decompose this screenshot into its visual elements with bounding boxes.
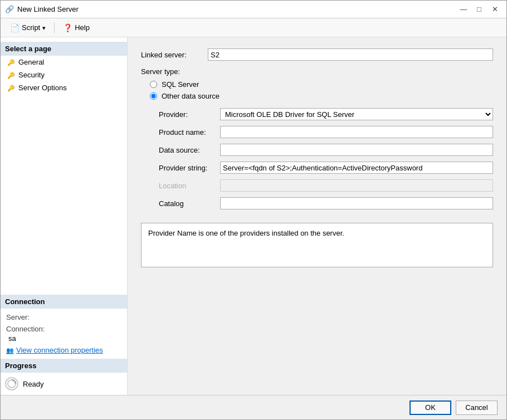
sidebar-item-server-options[interactable]: Server Options <box>1 81 127 94</box>
server-label: Server: <box>6 313 121 321</box>
provider-label: Provider: <box>159 110 220 119</box>
product-name-label: Product name: <box>159 128 220 136</box>
connection-label: Connection: <box>6 325 121 333</box>
product-name-row: Product name: <box>159 126 493 138</box>
radio-other-label[interactable]: Other data source <box>162 92 220 100</box>
info-text: Provider Name is one of the providers in… <box>148 229 344 237</box>
data-source-row: Data source: <box>159 144 493 156</box>
location-row: Location <box>159 179 493 192</box>
maximize-button[interactable]: □ <box>472 3 486 16</box>
radio-sql-server-label[interactable]: SQL Server <box>162 80 199 89</box>
server-type-label: Server type: <box>141 67 493 76</box>
provider-string-label: Provider string: <box>159 164 220 172</box>
catalog-input[interactable] <box>220 197 493 209</box>
form-content: Linked server: Server type: SQL Server O… <box>128 37 506 395</box>
help-icon <box>63 23 72 32</box>
progress-status: Ready <box>23 380 44 388</box>
radio-row-sql-server: SQL Server <box>150 80 493 89</box>
server-options-icon <box>7 84 15 92</box>
progress-spinner <box>5 377 18 390</box>
linked-server-input[interactable] <box>208 48 493 61</box>
title-bar: 🔗 New Linked Server — □ ✕ <box>1 1 506 18</box>
script-icon <box>10 23 20 32</box>
close-button[interactable]: ✕ <box>488 3 502 16</box>
progress-section: Progress Ready <box>1 359 127 395</box>
sub-form: Provider: Microsoft OLE DB Driver for SQ… <box>159 108 493 209</box>
provider-select[interactable]: Microsoft OLE DB Driver for SQL Server S… <box>220 108 493 120</box>
script-dropdown-icon <box>42 23 46 32</box>
sidebar: Select a page General Security Server Op… <box>1 37 128 395</box>
product-name-input[interactable] <box>220 126 493 138</box>
connection-section: Connection Server: Connection: sa View c… <box>1 295 127 359</box>
minimize-button[interactable]: — <box>456 3 471 16</box>
linked-server-row: Linked server: <box>141 48 493 61</box>
catalog-label: Catalog <box>159 199 220 208</box>
main-content: Select a page General Security Server Op… <box>1 37 506 395</box>
radio-sql-server[interactable] <box>150 81 157 88</box>
script-label: Script <box>22 23 40 32</box>
help-label: Help <box>75 23 90 32</box>
view-connection-label: View connection properties <box>16 346 103 354</box>
sidebar-item-general-label: General <box>18 58 44 66</box>
radio-row-other: Other data source <box>150 92 493 100</box>
toolbar-separator <box>54 22 55 33</box>
cancel-button[interactable]: Cancel <box>456 401 498 415</box>
provider-row: Provider: Microsoft OLE DB Driver for SQ… <box>159 108 493 120</box>
info-box: Provider Name is one of the providers in… <box>141 223 493 267</box>
select-page-header: Select a page <box>1 42 127 56</box>
connection-header: Connection <box>1 295 127 309</box>
server-type-section: Server type: SQL Server Other data sourc… <box>141 67 493 100</box>
connection-value: sa <box>6 334 121 343</box>
title-bar-buttons: — □ ✕ <box>456 3 502 16</box>
window-icon: 🔗 <box>5 5 14 14</box>
sidebar-item-general[interactable]: General <box>1 56 127 69</box>
view-connection-link[interactable]: View connection properties <box>6 346 121 354</box>
location-input[interactable] <box>220 179 493 192</box>
window-title: New Linked Server <box>17 5 456 13</box>
help-button[interactable]: Help <box>58 21 95 35</box>
provider-string-row: Provider string: <box>159 162 493 174</box>
progress-body: Ready <box>1 373 127 395</box>
linked-server-label: Linked server: <box>141 51 208 59</box>
sidebar-pages-section: Select a page General Security Server Op… <box>1 37 127 99</box>
sidebar-item-security-label: Security <box>18 71 45 79</box>
sidebar-item-server-options-label: Server Options <box>18 84 67 92</box>
dialog-window: 🔗 New Linked Server — □ ✕ Script Help Se… <box>0 0 507 420</box>
footer: OK Cancel <box>1 395 506 419</box>
data-source-label: Data source: <box>159 146 220 154</box>
location-label: Location <box>159 182 220 190</box>
general-icon <box>7 58 15 66</box>
security-icon <box>7 71 15 79</box>
sidebar-item-security[interactable]: Security <box>1 69 127 81</box>
catalog-row: Catalog <box>159 197 493 209</box>
ok-button[interactable]: OK <box>410 401 451 415</box>
view-connection-icon <box>6 346 14 354</box>
spinner-svg <box>7 379 17 389</box>
toolbar: Script Help <box>1 18 506 37</box>
progress-header: Progress <box>1 359 127 373</box>
provider-string-input[interactable] <box>220 162 493 174</box>
script-button[interactable]: Script <box>5 21 51 35</box>
data-source-input[interactable] <box>220 144 493 156</box>
radio-other-source[interactable] <box>150 92 157 100</box>
sidebar-spacer <box>1 99 127 295</box>
